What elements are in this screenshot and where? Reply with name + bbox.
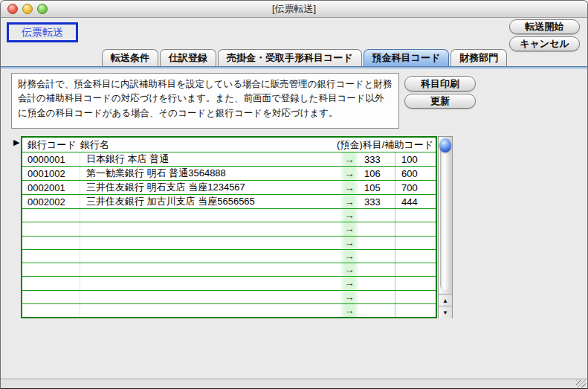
print-subjects-button[interactable]: 科目印刷 bbox=[404, 76, 476, 91]
cell-bank-code: 0000001 bbox=[22, 152, 80, 166]
tab-4[interactable]: 預金科目コード bbox=[364, 49, 450, 66]
arrow-icon: → bbox=[340, 152, 358, 166]
arrow-icon: → bbox=[340, 250, 358, 263]
arrow-icon: → bbox=[340, 304, 358, 317]
table-body: 0000001 日本銀行 本店 普通 → 333 100 0001002 第一勧… bbox=[22, 152, 436, 317]
cell-bank-code bbox=[22, 291, 80, 303]
cell-subject bbox=[358, 291, 395, 303]
header-bank-code: 銀行コード bbox=[22, 138, 80, 152]
cell-subject bbox=[358, 250, 395, 263]
arrow-icon: → bbox=[340, 277, 358, 289]
cell-bank-code bbox=[22, 304, 80, 317]
cell-bank-code: 0001002 bbox=[22, 167, 80, 180]
cell-subject: 333 bbox=[358, 152, 395, 166]
tab-bar: 転送条件 仕訳登録 売掛金・受取手形科目コード 預金科目コード 財務部門 bbox=[102, 49, 507, 66]
cell-subject: 106 bbox=[358, 167, 395, 180]
table-row[interactable]: → bbox=[22, 277, 436, 290]
tab-2[interactable]: 仕訳登録 bbox=[160, 49, 216, 66]
update-button[interactable]: 更新 bbox=[404, 94, 476, 109]
cell-bank-name: 三井住友銀行 明石支店 当座1234567 bbox=[80, 181, 340, 194]
arrow-icon: → bbox=[340, 237, 358, 249]
cell-subject bbox=[358, 277, 395, 289]
vertical-scrollbar[interactable]: ▲ ▼ bbox=[438, 136, 453, 318]
cell-sub-code: 700 bbox=[395, 182, 436, 193]
cell-sub-code: 444 bbox=[395, 196, 436, 208]
cell-bank-name: 三井住友銀行 加古川支店 当座5656565 bbox=[80, 195, 340, 208]
table-row[interactable]: → bbox=[22, 209, 436, 222]
arrow-icon: → bbox=[340, 181, 358, 194]
header-bank-name: 銀行名 bbox=[80, 138, 315, 152]
cell-bank-code: 0002002 bbox=[22, 195, 80, 208]
table-row[interactable]: 0002001 三井住友銀行 明石支店 当座1234567 → 105 700 bbox=[22, 181, 436, 195]
table-row[interactable]: 0002002 三井住友銀行 加古川支店 当座5656565 → 333 444 bbox=[22, 195, 436, 209]
description-text: 財務会計で、預金科目に内訳補助科目を設定している場合に販売管理の銀行コードと財務… bbox=[11, 73, 399, 129]
arrow-icon: → bbox=[340, 209, 358, 222]
tab-label: 財務部門 bbox=[459, 51, 498, 65]
table-row[interactable]: 0000001 日本銀行 本店 普通 → 333 100 bbox=[22, 152, 436, 167]
table-row[interactable]: → bbox=[22, 291, 436, 304]
tab-label: 売掛金・受取手形科目コード bbox=[227, 51, 353, 65]
cell-bank-name: 日本銀行 本店 普通 bbox=[80, 152, 340, 166]
tab-label: 転送条件 bbox=[111, 51, 149, 65]
table-header-row: 銀行コード 銀行名 (預金)科目/補助コード bbox=[22, 138, 436, 152]
tab-separator bbox=[1, 66, 587, 69]
cell-subject: 105 bbox=[358, 181, 395, 194]
arrow-icon: → bbox=[340, 291, 358, 303]
cell-bank-code: 0002001 bbox=[22, 181, 80, 194]
tab-label: 預金科目コード bbox=[372, 51, 441, 65]
table-row[interactable]: → bbox=[22, 304, 436, 317]
cell-subject bbox=[358, 237, 395, 249]
tab-label: 仕訳登録 bbox=[169, 51, 207, 65]
scroll-down-icon[interactable]: ▼ bbox=[439, 306, 452, 318]
header-account-code: (預金)科目/補助コード bbox=[315, 138, 436, 152]
scrollbar-thumb[interactable] bbox=[439, 138, 451, 152]
start-transfer-button[interactable]: 転送開始 bbox=[509, 19, 580, 34]
arrow-icon: → bbox=[340, 263, 358, 276]
cancel-button[interactable]: キャンセル bbox=[509, 36, 580, 51]
app-window: [伝票転送] 伝票転送 転送開始 キャンセル 転送条件 仕訳登録 売掛金・受取手… bbox=[0, 0, 588, 389]
arrow-icon: → bbox=[340, 195, 358, 208]
row-pointer-icon: ▶ bbox=[13, 138, 19, 147]
table-row[interactable]: → bbox=[22, 263, 436, 277]
cell-subject bbox=[358, 222, 395, 235]
cell-subject bbox=[358, 304, 395, 317]
scrollbar-track[interactable] bbox=[440, 139, 450, 290]
cell-subject bbox=[358, 263, 395, 276]
tab-3[interactable]: 売掛金・受取手形科目コード bbox=[218, 49, 362, 66]
window-title: [伝票転送] bbox=[1, 1, 587, 17]
cell-bank-code bbox=[22, 250, 80, 263]
tab-1[interactable]: 転送条件 bbox=[102, 49, 158, 66]
table-row[interactable]: 0001002 第一勧業銀行 明石 普通3564888 → 106 600 bbox=[22, 167, 436, 181]
cell-bank-code bbox=[22, 277, 80, 289]
cell-sub-code: 600 bbox=[395, 168, 436, 179]
cell-bank-code bbox=[22, 209, 80, 222]
resize-grip-icon[interactable] bbox=[576, 380, 586, 388]
table-row[interactable]: → bbox=[22, 237, 436, 250]
cell-subject bbox=[358, 209, 395, 222]
page-title: 伝票転送 bbox=[7, 22, 78, 42]
cell-bank-code bbox=[22, 222, 80, 235]
arrow-icon: → bbox=[340, 167, 358, 180]
titlebar[interactable]: [伝票転送] bbox=[1, 1, 587, 18]
bank-mapping-table: 銀行コード 銀行名 (預金)科目/補助コード 0000001 日本銀行 本店 普… bbox=[21, 136, 437, 318]
cell-bank-code bbox=[22, 237, 80, 249]
scroll-up-icon[interactable]: ▲ bbox=[439, 294, 452, 306]
cell-bank-name: 第一勧業銀行 明石 普通3564888 bbox=[80, 167, 340, 180]
table-row[interactable]: → bbox=[22, 250, 436, 263]
table-row[interactable]: → bbox=[22, 222, 436, 236]
bottom-strip bbox=[1, 379, 587, 388]
cell-sub-code: 100 bbox=[395, 154, 436, 165]
arrow-icon: → bbox=[340, 222, 358, 235]
tab-5[interactable]: 財務部門 bbox=[450, 49, 507, 66]
cell-subject: 333 bbox=[358, 195, 395, 208]
cell-bank-code bbox=[22, 263, 80, 276]
